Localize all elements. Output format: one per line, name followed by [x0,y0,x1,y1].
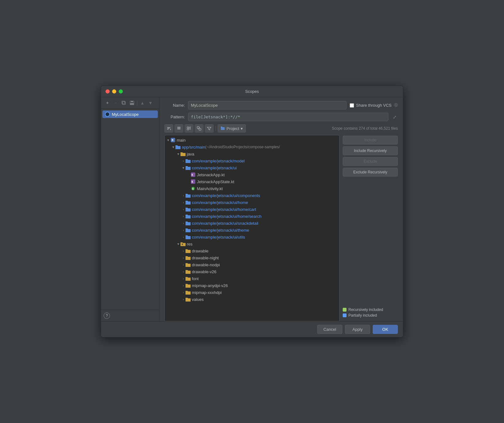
add-scope-button[interactable]: ＋ [104,99,111,107]
name-input[interactable] [188,101,346,110]
node-text: drawable-night [192,256,219,260]
project-dropdown[interactable]: Project ▾ [218,124,246,133]
flatten-packages-button[interactable] [185,124,193,133]
tree-arrow: › [181,276,186,281]
tree-node[interactable]: K JetsnackAppState.kt [165,178,339,185]
remove-scope-button[interactable]: － [112,99,119,107]
node-icon [186,158,191,163]
tree-node[interactable]: › mipmap-anydpi-v26 [165,282,339,289]
legend-partially-color [343,313,346,317]
legend-recursively-color [343,308,346,312]
tree-arrow: › [181,193,186,198]
tree-arrow: › [181,256,186,260]
scope-info: Scope contains 274 of total 46,521 files [332,126,398,131]
tree-node[interactable]: K JetsnackApp.kt [165,171,339,178]
share-vcs-checkbox[interactable] [350,103,354,108]
scope-item-label: MyLocalScope [112,112,139,117]
node-text: JetsnackAppState.kt [197,179,234,184]
node-icon [186,228,191,233]
tree-arrow: ▼ [166,138,170,142]
tree-node[interactable]: › com/example/jetsnack/ui/home/cart [165,206,339,213]
tree-node[interactable]: ▼ R res [165,240,339,247]
dialog-body: ＋ － ▲ ▼ [101,97,403,321]
tree-node[interactable]: › com/example/jetsnack/ui/snackdetail [165,220,339,227]
legend-area: Recursively included Partially included [343,307,398,321]
ok-button[interactable]: OK [373,325,398,334]
content-area: ▼ M main▼ app/src/main (~/AndroidStudioP… [164,135,398,321]
expand-all-button[interactable] [175,124,183,133]
dialog-title: Scopes [245,89,259,94]
tree-node[interactable]: ▼ com/example/jetsnack/ui [165,164,339,171]
node-icon [186,269,191,274]
node-text: drawable-v26 [192,269,216,274]
exclude-button[interactable]: Exclude [343,157,398,166]
node-text: com/example/jetsnack/ui/snackdetail [192,221,258,226]
copy-scope-button[interactable] [120,100,128,106]
node-subtitle: (~/AndroidStudioProjects/compose-samples… [205,145,280,149]
tree-node[interactable]: A MainActivity.kt [165,185,339,192]
help-button[interactable]: ? [104,313,110,319]
node-icon [180,151,186,156]
maximize-button[interactable] [119,89,123,93]
svg-rect-5 [187,127,189,128]
pattern-expand-button[interactable]: ⤢ [392,113,398,121]
tree-node[interactable]: › com/example/jetsnack/ui/utils [165,234,339,240]
node-text: app/src/main [182,145,205,149]
tree-node[interactable]: › font [165,275,339,282]
tree-node[interactable]: › mipmap-xxxhdpi [165,289,339,296]
scope-icon [105,112,110,117]
tree-node[interactable]: › values [165,296,339,303]
scope-item-mylocalscope[interactable]: MyLocalScope [102,110,158,118]
svg-rect-3 [131,101,133,102]
node-text: JetsnackApp.kt [197,172,225,177]
tree-arrow: › [181,297,186,302]
node-icon [186,200,191,205]
tree-node[interactable]: › drawable-v26 [165,268,339,275]
exclude-recursively-button[interactable]: Exclude Recursively [343,168,398,177]
node-text: MainActivity.kt [197,186,223,191]
tree-node[interactable]: ▼ M main [165,137,339,144]
svg-text:A: A [192,188,194,190]
move-down-button[interactable]: ▼ [147,99,154,106]
save-scope-button[interactable] [128,100,136,106]
pattern-input[interactable] [188,113,388,121]
tree-arrow: ▼ [181,166,186,170]
filter-button[interactable] [205,124,214,133]
tree-node[interactable]: ▼ app/src/main (~/AndroidStudioProjects/… [165,144,339,150]
tree-arrow: › [181,269,186,274]
tree-node[interactable]: › com/example/jetsnack/ui/components [165,192,339,199]
node-icon [175,144,180,149]
tree-node[interactable]: › drawable [165,247,339,254]
tree-node[interactable]: ▼ java [165,150,339,157]
tree-node[interactable]: › drawable-nodpi [165,261,339,268]
scope-list: MyLocalScope [101,109,159,310]
svg-rect-4 [130,103,134,104]
tree-node[interactable]: › com/example/jetsnack/ui/home/search [165,213,339,220]
cancel-button[interactable]: Cancel [317,325,342,334]
include-button[interactable]: Include [343,136,398,144]
tree-arrow: › [181,283,186,288]
sidebar-toolbar: ＋ － ▲ ▼ [101,97,159,109]
minimize-button[interactable] [112,89,116,93]
tree-node[interactable]: › drawable-night [165,254,339,261]
node-icon [186,193,191,198]
tree-node[interactable]: › com/example/jetsnack/model [165,157,339,164]
apply-button[interactable]: Apply [345,325,370,334]
tree-node[interactable]: › com/example/jetsnack/ui/home [165,199,339,206]
file-tree[interactable]: ▼ M main▼ app/src/main (~/AndroidStudioP… [164,135,340,321]
node-icon [186,255,191,260]
tree-node[interactable]: › com/example/jetsnack/ui/theme [165,227,339,234]
share-vcs-row: Share through VCS ⓪ [350,103,398,108]
share-vcs-label: Share through VCS [356,103,392,108]
close-button[interactable] [106,89,110,93]
window-controls [106,89,123,93]
footer-right: Cancel Apply OK [317,325,398,334]
pattern-row: Pattern: ⤢ [164,113,398,121]
move-up-button[interactable]: ▲ [139,99,146,106]
node-icon [186,283,191,288]
include-recursively-button[interactable]: Include Recursively [343,146,398,155]
node-text: mipmap-xxxhdpi [192,290,222,295]
node-text: com/example/jetsnack/ui/home/search [192,214,261,219]
show-modules-button[interactable] [195,124,203,133]
collapse-all-button[interactable] [164,124,173,133]
